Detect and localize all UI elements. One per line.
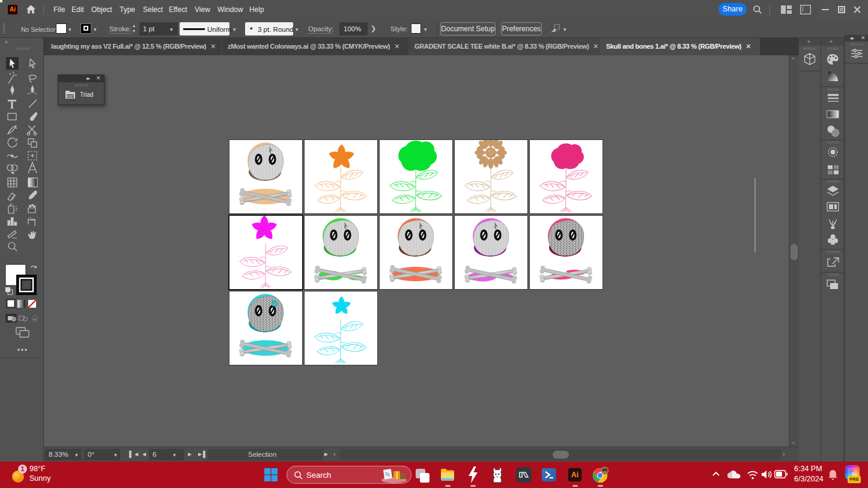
svg-text:«: « [807, 38, 810, 44]
svg-text:«: « [830, 38, 833, 44]
